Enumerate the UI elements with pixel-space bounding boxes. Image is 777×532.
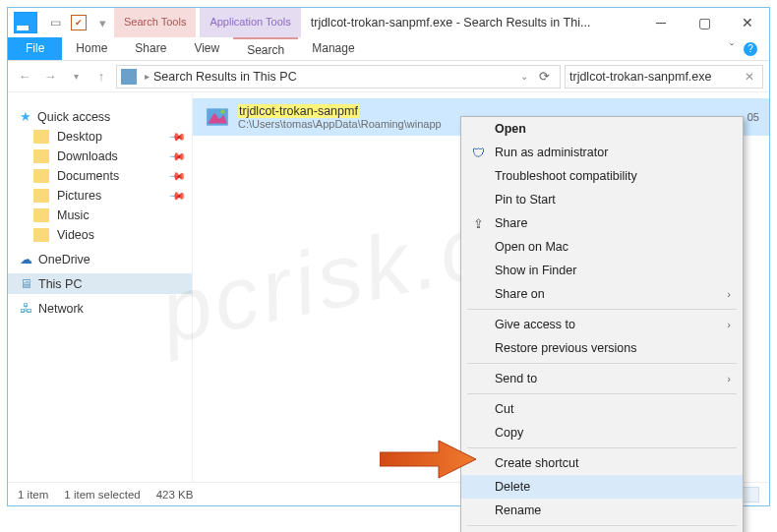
close-button[interactable]: ✕	[726, 8, 769, 37]
context-tab-search[interactable]: Search Tools	[114, 8, 196, 37]
qat-checkbox-icon[interactable]: ✔	[71, 15, 87, 30]
pin-icon: 📌	[167, 166, 186, 185]
menu-send-to[interactable]: Send to›	[461, 367, 743, 390]
ribbon-tab-view[interactable]: View	[180, 37, 233, 60]
folder-icon	[33, 189, 49, 203]
minimize-button[interactable]: ─	[639, 8, 683, 37]
menu-share-on[interactable]: Share on›	[461, 282, 743, 306]
shield-icon: 🛡	[469, 146, 487, 160]
clear-search-icon[interactable]: ✕	[741, 70, 758, 84]
menu-open-on-mac[interactable]: Open on Mac	[461, 235, 743, 259]
window-title: trjdlcot-trokan-sanpmf.exe - Search Resu…	[301, 8, 639, 37]
folder-icon	[33, 208, 49, 222]
menu-open[interactable]: Open	[461, 117, 743, 141]
qat-customize-dropdown[interactable]: ▾	[94, 15, 110, 30]
maximize-button[interactable]: ▢	[683, 8, 726, 37]
nav-up-button[interactable]: ↑	[90, 66, 112, 88]
menu-create-shortcut[interactable]: Create shortcut	[461, 451, 743, 475]
ribbon-tab-manage-cmd[interactable]: Manage	[298, 37, 368, 60]
help-icon[interactable]: ?	[744, 42, 757, 56]
result-date-fragment: 05	[747, 111, 769, 123]
chevron-right-icon: ›	[727, 319, 731, 330]
pin-icon: 📌	[167, 147, 186, 165]
this-pc-icon	[121, 69, 137, 85]
svg-point-2	[220, 109, 224, 113]
sidebar-item-desktop[interactable]: Desktop📌	[8, 127, 192, 147]
address-location: Search Results in This PC	[153, 70, 297, 84]
folder-icon	[33, 149, 49, 163]
refresh-icon[interactable]: ⟳	[532, 69, 556, 84]
menu-copy[interactable]: Copy	[461, 421, 743, 444]
menu-show-in-finder[interactable]: Show in Finder	[461, 259, 743, 282]
pc-icon: 🖥	[20, 276, 32, 291]
result-path: C:\Users\tomas\AppData\Roaming\winapp	[238, 118, 442, 130]
status-item-count: 1 item	[18, 489, 48, 501]
sidebar-item-downloads[interactable]: Downloads📌	[8, 147, 192, 166]
svg-marker-3	[380, 441, 476, 478]
chevron-right-icon: ›	[727, 373, 731, 384]
menu-pin-to-start[interactable]: Pin to Start	[461, 188, 743, 211]
application-icon	[203, 103, 232, 131]
sidebar-this-pc[interactable]: 🖥This PC	[8, 273, 192, 294]
star-icon: ★	[20, 109, 31, 124]
folder-icon	[33, 169, 49, 183]
navigation-pane: ★Quick access Desktop📌 Downloads📌 Docume…	[8, 92, 193, 482]
network-icon: 🖧	[20, 301, 32, 316]
address-dropdown-icon[interactable]: ⌄	[520, 71, 528, 82]
ribbon-collapse-chevron-icon[interactable]: ˇ	[730, 42, 734, 56]
search-input[interactable]: trjdlcot-trokan-sanpmf.exe ✕	[565, 65, 763, 89]
context-tab-application[interactable]: Application Tools	[200, 8, 300, 37]
menu-give-access-to[interactable]: Give access to›	[461, 313, 743, 336]
menu-restore-previous-versions[interactable]: Restore previous versions	[461, 336, 743, 360]
sidebar-item-music[interactable]: Music	[8, 206, 192, 225]
sidebar-item-pictures[interactable]: Pictures📌	[8, 186, 192, 206]
menu-delete[interactable]: Delete	[461, 475, 743, 499]
ribbon-tab-home[interactable]: Home	[62, 37, 121, 60]
chevron-right-icon: ▸	[145, 71, 149, 82]
pin-icon: 📌	[167, 186, 186, 205]
result-filename: trjdlcot-trokan-sanpmf	[238, 104, 442, 118]
annotation-arrow	[380, 437, 478, 486]
chevron-right-icon: ›	[727, 288, 731, 300]
context-menu: Open 🛡Run as administrator Troubleshoot …	[460, 116, 744, 532]
nav-forward-button[interactable]: →	[39, 66, 61, 88]
status-selected-count: 1 item selected	[64, 489, 140, 501]
sidebar-quick-access[interactable]: ★Quick access	[8, 106, 192, 127]
sidebar-item-documents[interactable]: Documents📌	[8, 166, 192, 186]
folder-icon	[33, 228, 49, 242]
menu-troubleshoot-compatibility[interactable]: Troubleshoot compatibility	[461, 164, 743, 188]
ribbon-tab-search-cmd[interactable]: Search	[233, 37, 298, 60]
folder-icon	[33, 130, 49, 144]
address-bar[interactable]: ▸ Search Results in This PC ⌄ ⟳	[116, 65, 561, 89]
share-icon: ⇪	[469, 216, 487, 231]
ribbon-tab-share[interactable]: Share	[121, 37, 180, 60]
menu-share[interactable]: ⇪Share	[461, 211, 743, 235]
nav-recent-dropdown[interactable]: ▾	[65, 66, 87, 88]
menu-run-as-administrator[interactable]: 🛡Run as administrator	[461, 141, 743, 164]
cloud-icon: ☁	[20, 252, 32, 266]
sidebar-onedrive[interactable]: ☁OneDrive	[8, 249, 192, 269]
file-tab[interactable]: File	[8, 37, 62, 60]
status-selected-size: 423 KB	[156, 489, 194, 501]
qat-properties-icon[interactable]: ▭	[47, 15, 63, 30]
explorer-app-icon	[14, 12, 37, 33]
sidebar-network[interactable]: 🖧Network	[8, 298, 192, 319]
search-value: trjdlcot-trokan-sanpmf.exe	[569, 70, 712, 84]
pin-icon: 📌	[167, 127, 186, 146]
menu-rename[interactable]: Rename	[461, 499, 743, 522]
nav-back-button[interactable]: ←	[14, 66, 35, 88]
menu-cut[interactable]: Cut	[461, 397, 743, 421]
sidebar-item-videos[interactable]: Videos	[8, 225, 192, 245]
view-large-icons-button[interactable]	[742, 487, 759, 502]
